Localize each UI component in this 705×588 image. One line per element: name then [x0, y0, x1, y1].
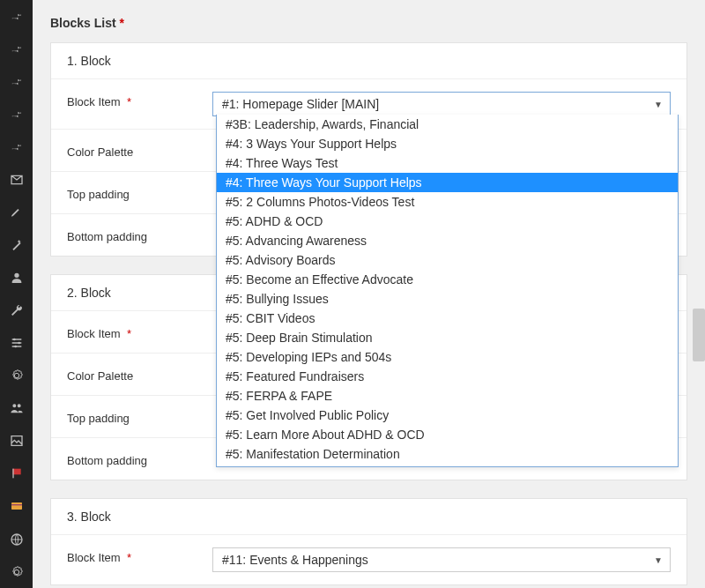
dropdown-option[interactable]: #5: 2 Columns Photos-Videos Test — [217, 192, 678, 212]
svg-point-2 — [14, 346, 17, 348]
page-scrollbar-thumb[interactable] — [693, 309, 705, 361]
chevron-down-icon: ▼ — [654, 100, 663, 109]
dropdown-option[interactable]: #4: Three Ways Test — [217, 153, 678, 173]
sidebar-group-icon[interactable] — [0, 392, 33, 425]
admin-sidebar — [0, 0, 33, 588]
sidebar-pin-icon[interactable] — [0, 130, 33, 163]
sidebar-pin-icon[interactable] — [0, 33, 33, 65]
field-label-color-palette: Color Palette — [67, 142, 212, 159]
sidebar-user-icon[interactable] — [0, 262, 33, 294]
field-input: #1: Homepage Slider [MAIN] ▼ — [212, 92, 671, 116]
sidebar-gear2-icon[interactable] — [0, 555, 33, 588]
sidebar-wrench-icon[interactable] — [0, 294, 33, 327]
sidebar-image-icon[interactable] — [0, 425, 33, 458]
dropdown-option[interactable]: #5: ADHD & OCD — [217, 212, 678, 231]
select-value: #11: Events & Happenings — [222, 553, 368, 567]
dropdown-option[interactable]: #4: Three Ways Your Support Helps — [217, 173, 678, 192]
block-panel-3: 3. Block Block Item * #11: Events & Happ… — [50, 498, 687, 585]
block-header: 1. Block — [51, 43, 686, 78]
sidebar-mail-icon[interactable] — [0, 163, 33, 196]
sidebar-brush-icon[interactable] — [0, 196, 33, 228]
dropdown-option[interactable]: #5: Featured Fundraisers — [217, 367, 678, 386]
svg-point-1 — [18, 342, 20, 345]
sidebar-pin-icon[interactable] — [0, 65, 33, 98]
dropdown-option[interactable]: #5: Deep Brain Stimulation — [217, 328, 678, 347]
dropdown-option[interactable]: #5: Become an Effective Advocate — [217, 270, 678, 289]
dropdown-option[interactable]: #5: Bullying Issues — [217, 289, 678, 309]
dropdown-option[interactable]: #4: 3 Ways Your Support Helps — [217, 134, 678, 153]
dropdown-option[interactable]: #3B: Leadership, Awards, Financial — [217, 115, 678, 134]
field-label-block-item: Block Item * — [67, 324, 212, 340]
svg-rect-6 — [11, 504, 22, 505]
field-row-block-item: Block Item * #11: Events & Happenings ▼ — [51, 534, 686, 584]
page-title: Blocks List * — [50, 16, 687, 30]
required-indicator: * — [127, 327, 131, 340]
block-header: 3. Block — [51, 499, 686, 534]
dropdown-option[interactable]: #5: CBIT Videos — [217, 309, 678, 328]
field-label-color-palette: Color Palette — [67, 366, 212, 383]
dropdown-option[interactable]: #5: Advancing Awareness — [217, 231, 678, 250]
required-indicator: * — [127, 551, 131, 564]
chevron-down-icon: ▼ — [654, 555, 663, 565]
field-label-block-item: Block Item * — [67, 547, 212, 564]
field-input: #11: Events & Happenings ▼ — [212, 547, 671, 572]
field-label-top-padding: Top padding — [67, 408, 212, 425]
field-label-top-padding: Top padding — [67, 184, 212, 201]
sidebar-gear-icon[interactable] — [0, 360, 33, 392]
svg-rect-5 — [11, 502, 22, 510]
block-item-dropdown-list[interactable]: #3B: Leadership, Awards, Financial#4: 3 … — [216, 115, 679, 467]
dropdown-option[interactable]: #5: Shared Experiences — [217, 464, 678, 467]
select-value: #1: Homepage Slider [MAIN] — [222, 97, 379, 111]
svg-point-0 — [13, 339, 16, 341]
svg-rect-3 — [12, 469, 20, 475]
sidebar-flag-icon[interactable] — [0, 458, 33, 490]
required-indicator: * — [127, 95, 131, 108]
required-indicator: * — [120, 16, 124, 30]
block-item-select[interactable]: #11: Events & Happenings ▼ — [212, 547, 671, 572]
field-label-block-item: Block Item * — [67, 92, 212, 108]
sidebar-sliders-icon[interactable] — [0, 327, 33, 360]
dropdown-option[interactable]: #5: FERPA & FAPE — [217, 386, 678, 406]
sidebar-pin-icon[interactable] — [0, 98, 33, 130]
sidebar-pin-icon[interactable] — [0, 0, 33, 33]
field-label-bottom-padding: Bottom padding — [67, 450, 212, 467]
page-title-text: Blocks List — [50, 16, 116, 30]
dropdown-option[interactable]: #5: Get Involved Public Policy — [217, 406, 678, 425]
sidebar-globe-icon[interactable] — [0, 523, 33, 555]
svg-rect-4 — [12, 469, 13, 479]
dropdown-option[interactable]: #5: Learn More About ADHD & OCD — [217, 425, 678, 444]
sidebar-card-icon[interactable] — [0, 490, 33, 523]
field-label-bottom-padding: Bottom padding — [67, 227, 212, 243]
block-item-select[interactable]: #1: Homepage Slider [MAIN] ▼ — [212, 92, 671, 116]
sidebar-magic-icon[interactable] — [0, 228, 33, 261]
dropdown-option[interactable]: #5: Advisory Boards — [217, 250, 678, 270]
dropdown-option[interactable]: #5: Developing IEPs and 504s — [217, 347, 678, 367]
dropdown-option[interactable]: #5: Manifestation Determination — [217, 444, 678, 464]
